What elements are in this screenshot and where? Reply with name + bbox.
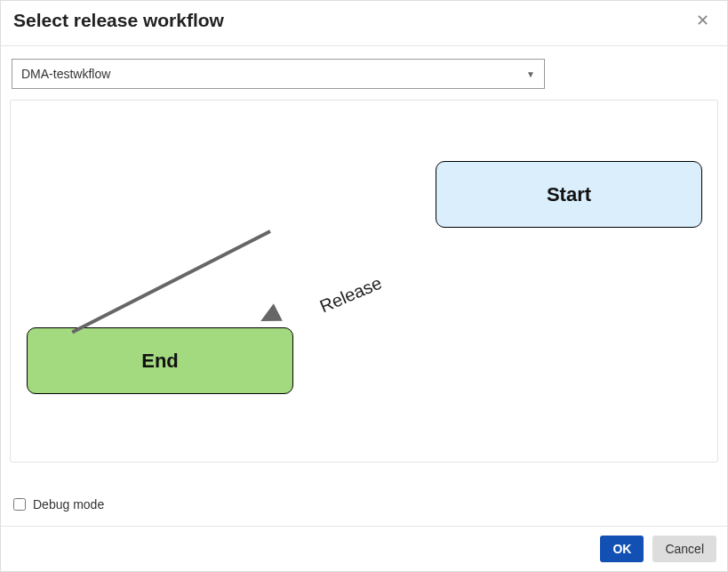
dialog-title: Select release workflow [13, 10, 224, 31]
debug-mode-checkbox[interactable] [13, 498, 26, 511]
workflow-dropdown[interactable]: DMA-testwkflow ▼ [12, 59, 545, 89]
workflow-edge-arrow-head-icon [256, 303, 283, 330]
workflow-edge-arrow-line [71, 230, 271, 334]
debug-area: Debug mode [1, 492, 727, 526]
workflow-node-start[interactable]: Start [436, 161, 702, 228]
dropdown-area: DMA-testwkflow ▼ [1, 46, 727, 100]
cancel-button[interactable]: Cancel [652, 536, 716, 562]
node-start-label: Start [547, 183, 591, 206]
chevron-down-icon: ▼ [526, 69, 535, 79]
select-release-workflow-dialog: Select release workflow ✕ DMA-testwkflow… [0, 0, 728, 572]
close-icon[interactable]: ✕ [691, 11, 715, 30]
ok-button[interactable]: OK [600, 536, 644, 562]
debug-mode-label: Debug mode [33, 497, 104, 512]
node-end-label: End [141, 350, 179, 373]
canvas-wrap: Start End Release [1, 100, 727, 492]
workflow-canvas[interactable]: Start End Release [10, 100, 718, 463]
dropdown-selected-value: DMA-testwkflow [21, 67, 110, 81]
workflow-edge-label: Release [316, 273, 385, 318]
dialog-footer: OK Cancel [1, 526, 727, 571]
dialog-header: Select release workflow ✕ [1, 1, 727, 46]
workflow-node-end[interactable]: End [27, 327, 293, 394]
